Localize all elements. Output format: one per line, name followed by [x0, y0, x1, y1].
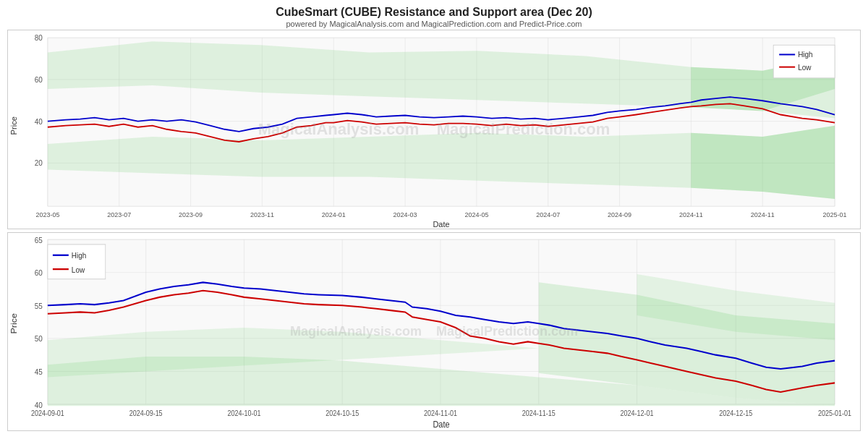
- svg-text:2024-09-01: 2024-09-01: [31, 409, 64, 417]
- svg-text:2024-05: 2024-05: [464, 211, 488, 218]
- svg-text:2024-11: 2024-11: [679, 211, 703, 218]
- svg-text:2023-05: 2023-05: [35, 211, 59, 218]
- svg-text:Price: Price: [9, 312, 18, 333]
- svg-text:Low: Low: [72, 265, 85, 274]
- page-container: CubeSmart (CUBE) Resistance and Support …: [0, 0, 868, 434]
- svg-text:2024-11-15: 2024-11-15: [522, 409, 556, 417]
- svg-text:Date: Date: [433, 219, 449, 228]
- svg-text:Date: Date: [433, 419, 450, 429]
- svg-text:High: High: [72, 250, 87, 260]
- svg-marker-21: [691, 126, 835, 199]
- bottom-chart-svg: 65 60 55 50 45 40 2024-09-01 2024-09-15 …: [8, 233, 860, 430]
- bottom-chart: MagicalAnalysis.com MagicalPrediction.co…: [7, 232, 861, 431]
- svg-text:80: 80: [35, 34, 43, 42]
- svg-text:2024-01: 2024-01: [322, 211, 346, 218]
- svg-text:2024-12-15: 2024-12-15: [719, 409, 752, 417]
- svg-text:2025-01-01: 2025-01-01: [818, 409, 851, 417]
- svg-text:2024-09: 2024-09: [608, 211, 631, 218]
- svg-text:40: 40: [35, 399, 43, 409]
- main-title: CubeSmart (CUBE) Resistance and Support …: [7, 6, 861, 19]
- svg-text:Price: Price: [9, 116, 18, 135]
- svg-text:55: 55: [35, 301, 43, 310]
- svg-text:2024-03: 2024-03: [393, 211, 417, 218]
- header: CubeSmart (CUBE) Resistance and Support …: [7, 6, 861, 28]
- svg-text:2024-10-15: 2024-10-15: [326, 409, 359, 417]
- svg-text:2024-11-01: 2024-11-01: [424, 409, 457, 417]
- subtitle: powered by MagicalAnalysis.com and Magic…: [7, 20, 861, 28]
- charts-container: MagicalAnalysis.com MagicalPrediction.co…: [7, 30, 861, 431]
- svg-text:2024-09-15: 2024-09-15: [129, 409, 163, 417]
- svg-text:2025-01: 2025-01: [823, 211, 847, 218]
- svg-text:65: 65: [35, 235, 43, 244]
- svg-text:50: 50: [35, 333, 43, 343]
- svg-text:2023-07: 2023-07: [107, 211, 131, 218]
- svg-text:40: 40: [35, 118, 43, 126]
- svg-text:2024-12-01: 2024-12-01: [621, 409, 654, 417]
- svg-text:20: 20: [35, 159, 43, 167]
- svg-text:2023-11: 2023-11: [250, 211, 274, 218]
- svg-rect-40: [773, 45, 835, 78]
- svg-text:2024-11: 2024-11: [751, 211, 775, 218]
- svg-text:2024-07: 2024-07: [536, 211, 560, 218]
- svg-text:Low: Low: [798, 64, 812, 72]
- svg-text:45: 45: [35, 367, 43, 376]
- svg-text:2023-09: 2023-09: [179, 211, 203, 218]
- svg-text:High: High: [798, 51, 813, 59]
- top-chart: MagicalAnalysis.com MagicalPrediction.co…: [7, 30, 861, 229]
- svg-text:60: 60: [35, 76, 43, 84]
- top-chart-svg: 80 60 40 20 2023-05 2023-07 2023-09 2023…: [8, 30, 860, 229]
- svg-text:60: 60: [35, 268, 43, 277]
- svg-text:2024-10-01: 2024-10-01: [228, 409, 261, 417]
